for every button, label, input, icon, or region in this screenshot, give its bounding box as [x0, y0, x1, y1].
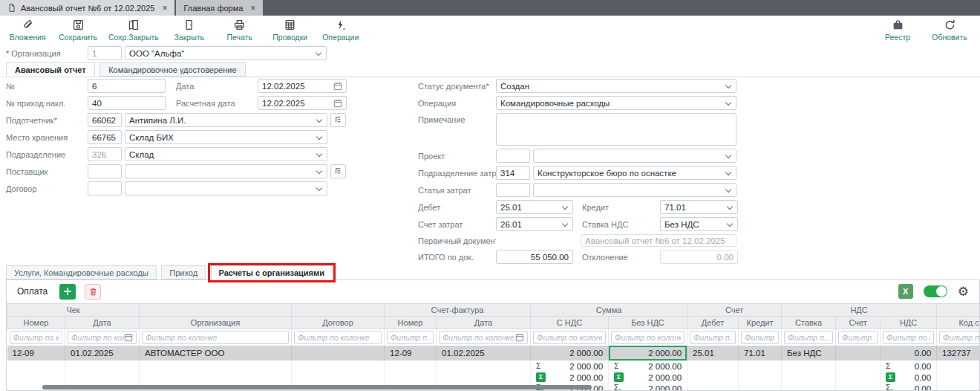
vat-rate-select[interactable]: Без НДС — [660, 217, 738, 231]
cost-item-select[interactable] — [533, 183, 736, 197]
filter-input-field[interactable] — [615, 333, 681, 342]
note-textarea[interactable] — [496, 113, 736, 146]
column-header[interactable]: Код ст — [937, 317, 979, 329]
selected-cell[interactable]: 2 000.00 — [609, 346, 687, 361]
filter-input[interactable] — [741, 331, 779, 344]
cell[interactable] — [292, 346, 385, 361]
cell[interactable]: Без НДС — [782, 346, 836, 361]
filter-input[interactable] — [533, 331, 606, 344]
supplier-select[interactable] — [125, 164, 327, 178]
filter-input-field[interactable] — [71, 333, 124, 342]
receipt-number-field[interactable]: 40 — [88, 96, 166, 110]
registry-button[interactable]: Реестр — [878, 19, 918, 42]
filter-input-field[interactable] — [745, 333, 775, 342]
cell[interactable]: 12-09 — [7, 346, 65, 361]
date-field[interactable]: 12.02.2025 — [258, 79, 347, 93]
filter-input[interactable] — [10, 331, 63, 344]
debit-select[interactable]: 25.01 — [496, 200, 573, 214]
table-settings-toggle[interactable] — [924, 285, 947, 297]
column-header[interactable]: Договор — [292, 317, 385, 329]
save-button[interactable]: Сохранить — [58, 19, 98, 42]
cell[interactable]: 0.00 — [881, 346, 937, 361]
filter-input-field[interactable] — [886, 333, 930, 342]
organization-select[interactable]: ООО "Альфа" — [125, 46, 327, 60]
cell[interactable]: 132737 — [937, 346, 979, 361]
column-header[interactable]: С НДС — [531, 317, 609, 329]
column-header[interactable]: Счет — [836, 317, 881, 329]
cost-dept-select[interactable]: Конструкторское бюро по оснастке — [533, 166, 736, 180]
tab-advance-report[interactable]: Авансовый отчет — [6, 62, 95, 77]
add-row-button[interactable] — [59, 284, 76, 300]
filter-input-field[interactable] — [537, 333, 602, 342]
postings-button[interactable]: Проводки — [270, 19, 310, 42]
credit-select[interactable]: 71.01 — [660, 200, 738, 214]
filter-input[interactable] — [142, 331, 289, 344]
column-header[interactable]: Организация — [140, 317, 292, 329]
horizontal-scrollbar[interactable] — [42, 385, 592, 390]
project-code-field[interactable] — [496, 149, 530, 163]
accountable-select[interactable]: Антипина Л.И. — [125, 113, 327, 127]
calc-date-field[interactable]: 12.02.2025 — [258, 96, 347, 110]
column-header[interactable]: Дата — [65, 317, 140, 329]
filter-input-field[interactable] — [842, 333, 874, 342]
storage-select[interactable]: Склад БИХ — [125, 130, 327, 144]
filter-input[interactable] — [883, 331, 934, 344]
table-row[interactable]: 12-0901.02.2025АВТОМАСТЕР ООО12-0901.02.… — [7, 346, 980, 361]
column-header[interactable]: Дебет — [687, 317, 739, 329]
close-button[interactable]: Закрыть — [169, 19, 209, 42]
cost-item-code-field[interactable] — [496, 183, 530, 197]
filter-input-field[interactable] — [146, 333, 285, 342]
filter-input-field[interactable] — [13, 333, 59, 342]
filter-input-field[interactable] — [693, 333, 732, 342]
filter-input-field[interactable] — [298, 333, 378, 342]
filter-input[interactable] — [439, 331, 528, 344]
operations-button[interactable]: Операции — [321, 19, 361, 42]
filter-input-field[interactable] — [943, 333, 979, 342]
organization-code-field[interactable]: 1 — [88, 46, 122, 60]
tab-receipt[interactable]: Приход — [161, 265, 206, 279]
window-tab-main-form[interactable]: Главная форма × — [176, 0, 263, 16]
cell[interactable]: 01.02.2025 — [65, 346, 140, 361]
contract-code-field[interactable] — [88, 181, 122, 196]
column-header[interactable]: Номер — [385, 317, 437, 329]
column-header[interactable]: Номер — [7, 317, 65, 329]
tab-services-travel-expenses[interactable]: Услуги, Командировочные расходы — [6, 265, 157, 279]
filter-input-field[interactable] — [391, 333, 430, 342]
cell[interactable]: 71.01 — [739, 346, 782, 361]
cost-dept-code-field[interactable]: 314 — [496, 166, 530, 180]
storage-code-field[interactable]: 66765 — [88, 130, 122, 144]
cell[interactable]: 2 000.00 — [531, 346, 609, 361]
cell[interactable]: 25.01 — [687, 346, 739, 361]
delete-row-button[interactable] — [85, 284, 101, 300]
accountable-code-field[interactable]: 66062 — [88, 113, 122, 127]
status-select[interactable]: Создан — [496, 79, 736, 93]
attachments-button[interactable]: Вложения — [7, 19, 48, 42]
column-header[interactable]: Кредит — [739, 317, 782, 329]
refresh-button[interactable]: Обновить — [930, 19, 970, 42]
tab-travel-certificate[interactable]: Командировочное удостоверение — [99, 62, 245, 77]
column-header[interactable]: Без НДС — [609, 317, 687, 329]
column-header[interactable]: НДС — [881, 317, 937, 329]
filter-input[interactable] — [387, 331, 434, 344]
filter-input-field[interactable] — [442, 333, 515, 342]
close-icon[interactable]: × — [162, 3, 167, 13]
total-field[interactable]: 55 050.00 — [496, 250, 573, 264]
department-select[interactable]: Склад — [125, 147, 327, 161]
print-button[interactable]: Печать — [220, 19, 260, 42]
hierarchy-picker-button[interactable] — [330, 164, 346, 178]
filter-input[interactable] — [784, 331, 833, 344]
project-select[interactable] — [533, 149, 736, 163]
gear-icon[interactable]: ⚙ — [958, 285, 969, 298]
cost-account-select[interactable]: 26.01 — [496, 217, 573, 231]
supplier-code-field[interactable] — [88, 164, 122, 178]
column-header[interactable]: Дата — [437, 317, 531, 329]
filter-input[interactable] — [294, 331, 382, 344]
filter-input-field[interactable] — [788, 333, 829, 342]
cell[interactable] — [836, 346, 881, 361]
filter-input[interactable] — [838, 331, 878, 344]
contract-select[interactable] — [125, 181, 327, 196]
operation-select[interactable]: Командировочные расходы — [496, 96, 736, 110]
column-header[interactable]: Ставка — [782, 317, 836, 329]
cell[interactable]: 01.02.2025 — [437, 346, 531, 361]
filter-input[interactable] — [690, 331, 736, 344]
